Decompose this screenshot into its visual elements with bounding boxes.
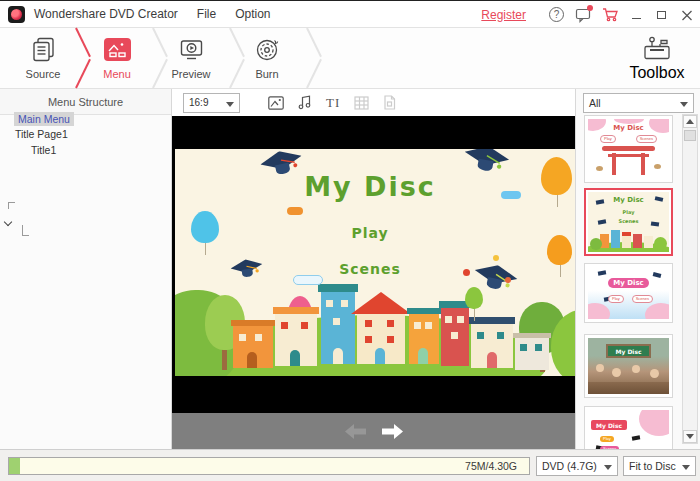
tab-burn[interactable]: Burn [232,34,302,80]
tab-preview-label: Preview [156,68,226,80]
menu-icon [82,34,152,64]
titlebar: Wondershare DVD Creator File Option Regi… [0,1,700,28]
confetti [505,277,511,283]
template-thumbnail-graduation-town[interactable]: My Disc Play Scenes [584,188,673,256]
preview-icon [156,34,226,64]
close-button[interactable] [680,7,694,23]
aspect-ratio-select[interactable]: 16:9 [183,93,240,113]
template-title: My Disc [588,124,669,132]
template-filter-select[interactable]: All [583,93,694,113]
help-icon[interactable]: ? [549,7,564,22]
apply-to-all-icon-disabled [383,95,396,110]
menu-preview-canvas[interactable]: My Disc Play Scenes [175,149,575,376]
preview-page-navbar [172,413,575,449]
template-thumbnail-sakura-torii[interactable]: My Disc Play Scenes [584,115,673,183]
app-title: Wondershare DVD Creator [34,7,178,21]
artwork-house [275,314,317,366]
tab-burn-label: Burn [232,68,302,80]
artwork-house [321,292,355,364]
template-thumbnail-sakura-white[interactable]: My Disc Play Scenes [584,406,673,449]
template-title: My Disc [606,344,651,358]
menu-structure-panel: Menu Structure Main Menu Title Page1 Tit… [0,89,172,449]
scrollbar-thumb[interactable] [684,130,696,141]
prev-page-arrow [345,424,367,439]
tab-preview[interactable]: Preview [156,34,226,80]
artwork-house [233,326,273,368]
minimize-button[interactable] [630,7,644,23]
background-music-icon[interactable] [298,95,312,110]
register-link[interactable]: Register [481,8,526,22]
tab-menu-label: Menu [82,68,152,80]
template-mini-play: Play [608,295,624,303]
template-thumbnail-classroom[interactable]: My Disc [584,334,673,398]
artwork-house [409,314,439,364]
disc-type-value: DVD (4.7G) [542,460,597,472]
template-panel: All My Disc Play Scenes [575,89,700,449]
burn-icon [232,34,302,64]
template-list: My Disc Play Scenes My Disc Play Scenes [576,115,681,449]
template-scrollbar[interactable] [682,114,698,444]
caret-down-icon [226,102,234,107]
template-title: My Disc [591,420,627,430]
tree-item-title1[interactable]: Title1 [31,144,56,156]
tree-connector [22,225,29,236]
template-mini-play: Play [600,436,614,442]
menu-option[interactable]: Option [235,7,270,21]
artwork-house [515,338,549,370]
tab-toolbox[interactable]: Toolbox [626,34,688,82]
disc-menu-play-button[interactable]: Play [175,225,565,241]
next-page-arrow[interactable] [381,424,403,439]
tree-item-title-page1[interactable]: Title Page1 [15,128,68,140]
menu-file[interactable]: File [197,7,216,21]
fit-mode-select[interactable]: Fit to Disc [623,456,696,476]
artwork-house-red-roof [357,314,405,364]
template-mini-scenes: Scenes [632,295,653,303]
text-tool-icon[interactable]: TI [326,95,340,111]
caret-down-icon [680,102,688,107]
template-mini-scenes: Scenes [636,135,657,143]
disc-menu-title[interactable]: My Disc [175,171,565,202]
caret-down-icon [682,465,690,470]
capacity-bar: 75M/4.30G DVD (4.7G) Fit to Disc [0,449,700,481]
disc-menu-scenes-button[interactable]: Scenes [175,261,565,277]
tree-item-main-menu[interactable]: Main Menu [14,112,74,126]
template-filter-value: All [589,97,601,109]
scroll-down-button[interactable] [683,430,697,443]
titlebar-controls: Register ? [481,1,694,28]
template-mini-play: Play [600,135,616,143]
balloon-icon [465,287,483,309]
app-window: Wondershare DVD Creator File Option Regi… [0,0,700,481]
capacity-label: 75M/4.30G [465,460,517,472]
app-logo-icon [8,6,25,23]
aspect-ratio-value: 16:9 [189,97,208,108]
workflow-tabbar: Source Menu [0,28,700,89]
tab-menu[interactable]: Menu [82,34,152,80]
maximize-button[interactable] [655,7,669,23]
disc-capacity-progressbar: 75M/4.30G [8,457,530,475]
caret-down-icon [604,465,612,470]
tab-toolbox-label: Toolbox [626,64,688,82]
menu-preview-stage: My Disc Play Scenes [172,116,575,449]
feedback-icon[interactable] [575,7,591,23]
stage-toolbar: 16:9 TI [172,89,575,116]
fit-mode-value: Fit to Disc [629,460,676,472]
cart-icon[interactable] [602,7,619,22]
tree-connector [8,202,15,209]
disc-type-select[interactable]: DVD (4.7G) [536,456,618,476]
toolbox-icon [626,34,688,64]
template-thumbnail-sakura-sky[interactable]: My Disc Play Scenes [584,263,673,323]
frame-tool-icon-disabled [354,96,369,110]
scroll-up-button[interactable] [683,115,697,128]
confetti [287,207,303,215]
template-mini-play: Play [588,209,669,215]
capacity-fill [9,458,20,474]
artwork-house [441,308,469,366]
background-image-icon[interactable] [268,96,284,110]
template-title: My Disc [588,279,669,287]
chevron-down-icon[interactable] [4,218,12,226]
chevron-divider [299,28,315,88]
artwork-house [471,324,513,368]
